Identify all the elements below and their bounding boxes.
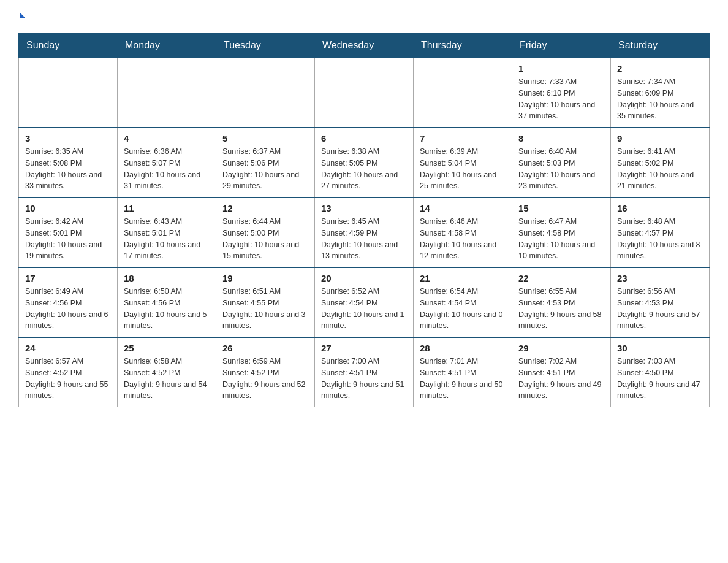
weekday-header-tuesday: Tuesday: [216, 34, 315, 58]
week-row-2: 3Sunrise: 6:35 AMSunset: 5:08 PMDaylight…: [19, 128, 710, 197]
day-info: Sunrise: 6:54 AMSunset: 4:54 PMDaylight:…: [420, 286, 506, 332]
calendar-cell: 11Sunrise: 6:43 AMSunset: 5:01 PMDayligh…: [118, 197, 216, 267]
day-info: Sunrise: 6:44 AMSunset: 5:00 PMDaylight:…: [222, 216, 308, 262]
day-info: Sunrise: 6:50 AMSunset: 4:56 PMDaylight:…: [124, 286, 210, 332]
calendar-cell: [315, 58, 414, 128]
week-row-1: 1Sunrise: 7:33 AMSunset: 6:10 PMDaylight…: [19, 58, 710, 128]
calendar-cell: 13Sunrise: 6:45 AMSunset: 4:59 PMDayligh…: [315, 197, 414, 267]
weekday-header-monday: Monday: [118, 34, 216, 58]
day-number: 30: [617, 343, 703, 353]
logo-triangle-icon: [20, 12, 26, 18]
day-info: Sunrise: 6:58 AMSunset: 4:52 PMDaylight:…: [124, 356, 210, 402]
calendar-cell: 24Sunrise: 6:57 AMSunset: 4:52 PMDayligh…: [19, 337, 118, 407]
day-info: Sunrise: 7:03 AMSunset: 4:50 PMDaylight:…: [617, 356, 703, 402]
day-number: 10: [25, 203, 111, 213]
calendar-cell: 1Sunrise: 7:33 AMSunset: 6:10 PMDaylight…: [512, 58, 611, 128]
calendar-cell: 3Sunrise: 6:35 AMSunset: 5:08 PMDaylight…: [19, 128, 118, 197]
weekday-header-wednesday: Wednesday: [315, 34, 414, 58]
day-number: 22: [518, 273, 604, 283]
calendar-cell: 10Sunrise: 6:42 AMSunset: 5:01 PMDayligh…: [19, 197, 118, 267]
day-info: Sunrise: 6:48 AMSunset: 4:57 PMDaylight:…: [617, 216, 703, 262]
day-number: 28: [420, 343, 506, 353]
day-number: 15: [518, 203, 604, 213]
calendar-cell: 14Sunrise: 6:46 AMSunset: 4:58 PMDayligh…: [414, 197, 512, 267]
calendar-cell: 7Sunrise: 6:39 AMSunset: 5:04 PMDaylight…: [414, 128, 512, 197]
weekday-header-thursday: Thursday: [414, 34, 512, 58]
calendar-cell: 26Sunrise: 6:59 AMSunset: 4:52 PMDayligh…: [216, 337, 315, 407]
weekday-header-row: SundayMondayTuesdayWednesdayThursdayFrid…: [19, 34, 710, 58]
day-number: 11: [124, 203, 210, 213]
day-info: Sunrise: 6:42 AMSunset: 5:01 PMDaylight:…: [25, 216, 111, 262]
day-info: Sunrise: 6:55 AMSunset: 4:53 PMDaylight:…: [518, 286, 604, 332]
day-number: 18: [124, 273, 210, 283]
calendar-cell: 22Sunrise: 6:55 AMSunset: 4:53 PMDayligh…: [512, 267, 611, 337]
day-info: Sunrise: 6:57 AMSunset: 4:52 PMDaylight:…: [25, 356, 111, 402]
day-info: Sunrise: 6:56 AMSunset: 4:53 PMDaylight:…: [617, 286, 703, 332]
day-info: Sunrise: 7:34 AMSunset: 6:09 PMDaylight:…: [617, 76, 703, 122]
day-info: Sunrise: 6:52 AMSunset: 4:54 PMDaylight:…: [321, 286, 407, 332]
day-number: 29: [518, 343, 604, 353]
calendar-cell: 28Sunrise: 7:01 AMSunset: 4:51 PMDayligh…: [414, 337, 512, 407]
day-number: 24: [25, 343, 111, 353]
day-number: 17: [25, 273, 111, 283]
calendar-cell: [118, 58, 216, 128]
calendar-cell: 30Sunrise: 7:03 AMSunset: 4:50 PMDayligh…: [611, 337, 710, 407]
day-number: 25: [124, 343, 210, 353]
calendar-cell: 5Sunrise: 6:37 AMSunset: 5:06 PMDaylight…: [216, 128, 315, 197]
day-info: Sunrise: 6:47 AMSunset: 4:58 PMDaylight:…: [518, 216, 604, 262]
day-info: Sunrise: 6:38 AMSunset: 5:05 PMDaylight:…: [321, 146, 407, 192]
day-info: Sunrise: 6:43 AMSunset: 5:01 PMDaylight:…: [124, 216, 210, 262]
day-number: 2: [617, 63, 703, 74]
day-number: 1: [518, 63, 604, 74]
calendar-cell: [19, 58, 118, 128]
day-number: 4: [124, 133, 210, 144]
day-info: Sunrise: 6:59 AMSunset: 4:52 PMDaylight:…: [222, 356, 308, 402]
weekday-header-friday: Friday: [512, 34, 611, 58]
calendar-cell: 16Sunrise: 6:48 AMSunset: 4:57 PMDayligh…: [611, 197, 710, 267]
day-info: Sunrise: 7:02 AMSunset: 4:51 PMDaylight:…: [518, 356, 604, 402]
calendar-cell: 20Sunrise: 6:52 AMSunset: 4:54 PMDayligh…: [315, 267, 414, 337]
weekday-header-sunday: Sunday: [19, 34, 118, 58]
calendar-cell: 17Sunrise: 6:49 AMSunset: 4:56 PMDayligh…: [19, 267, 118, 337]
day-info: Sunrise: 6:36 AMSunset: 5:07 PMDaylight:…: [124, 146, 210, 192]
day-info: Sunrise: 6:45 AMSunset: 4:59 PMDaylight:…: [321, 216, 407, 262]
day-number: 13: [321, 203, 407, 213]
calendar-cell: 25Sunrise: 6:58 AMSunset: 4:52 PMDayligh…: [118, 337, 216, 407]
day-info: Sunrise: 6:46 AMSunset: 4:58 PMDaylight:…: [420, 216, 506, 262]
day-info: Sunrise: 7:00 AMSunset: 4:51 PMDaylight:…: [321, 356, 407, 402]
day-info: Sunrise: 6:40 AMSunset: 5:03 PMDaylight:…: [518, 146, 604, 192]
day-number: 26: [222, 343, 308, 353]
day-info: Sunrise: 6:41 AMSunset: 5:02 PMDaylight:…: [617, 146, 703, 192]
week-row-4: 17Sunrise: 6:49 AMSunset: 4:56 PMDayligh…: [19, 267, 710, 337]
day-info: Sunrise: 6:51 AMSunset: 4:55 PMDaylight:…: [222, 286, 308, 332]
calendar-cell: 21Sunrise: 6:54 AMSunset: 4:54 PMDayligh…: [414, 267, 512, 337]
day-number: 9: [617, 133, 703, 144]
calendar-table: SundayMondayTuesdayWednesdayThursdayFrid…: [18, 33, 710, 407]
day-info: Sunrise: 7:33 AMSunset: 6:10 PMDaylight:…: [518, 76, 604, 122]
calendar-cell: 19Sunrise: 6:51 AMSunset: 4:55 PMDayligh…: [216, 267, 315, 337]
calendar-cell: 9Sunrise: 6:41 AMSunset: 5:02 PMDaylight…: [611, 128, 710, 197]
day-number: 8: [518, 133, 604, 144]
calendar-cell: 8Sunrise: 6:40 AMSunset: 5:03 PMDaylight…: [512, 128, 611, 197]
calendar-cell: 23Sunrise: 6:56 AMSunset: 4:53 PMDayligh…: [611, 267, 710, 337]
weekday-header-saturday: Saturday: [611, 34, 710, 58]
page-header: [18, 12, 710, 21]
day-number: 14: [420, 203, 506, 213]
day-number: 12: [222, 203, 308, 213]
week-row-5: 24Sunrise: 6:57 AMSunset: 4:52 PMDayligh…: [19, 337, 710, 407]
day-info: Sunrise: 6:35 AMSunset: 5:08 PMDaylight:…: [25, 146, 111, 192]
calendar-cell: 12Sunrise: 6:44 AMSunset: 5:00 PMDayligh…: [216, 197, 315, 267]
day-number: 3: [25, 133, 111, 144]
calendar-cell: 29Sunrise: 7:02 AMSunset: 4:51 PMDayligh…: [512, 337, 611, 407]
day-number: 7: [420, 133, 506, 144]
calendar-cell: 27Sunrise: 7:00 AMSunset: 4:51 PMDayligh…: [315, 337, 414, 407]
day-number: 27: [321, 343, 407, 353]
logo: [18, 12, 26, 21]
day-info: Sunrise: 6:39 AMSunset: 5:04 PMDaylight:…: [420, 146, 506, 192]
day-info: Sunrise: 6:37 AMSunset: 5:06 PMDaylight:…: [222, 146, 308, 192]
day-number: 23: [617, 273, 703, 283]
calendar-cell: 18Sunrise: 6:50 AMSunset: 4:56 PMDayligh…: [118, 267, 216, 337]
calendar-cell: 15Sunrise: 6:47 AMSunset: 4:58 PMDayligh…: [512, 197, 611, 267]
day-number: 20: [321, 273, 407, 283]
day-info: Sunrise: 6:49 AMSunset: 4:56 PMDaylight:…: [25, 286, 111, 332]
